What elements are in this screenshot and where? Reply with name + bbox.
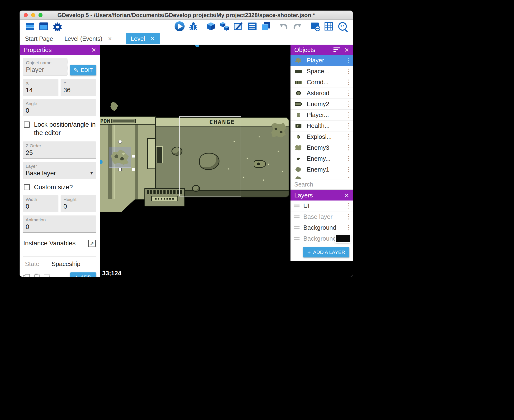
enemy3-object[interactable] — [271, 123, 286, 138]
undo-icon[interactable] — [278, 21, 289, 32]
angle-field[interactable]: Angle 0 — [23, 99, 96, 116]
window-icon[interactable] — [38, 21, 49, 32]
door-object[interactable] — [156, 146, 163, 163]
object-menu-icon[interactable]: ⋮ — [345, 123, 351, 129]
copy-icon[interactable] — [23, 274, 30, 277]
layers-stack-icon[interactable] — [261, 21, 271, 32]
scene-canvas[interactable]: CHANGE POW — [100, 45, 291, 277]
layer-menu-icon[interactable]: ⋮ — [345, 203, 351, 209]
fullscreen-window-button[interactable] — [38, 13, 43, 17]
hud-power-gauge: POW — [100, 118, 136, 124]
object-menu-icon[interactable]: ⋮ — [345, 166, 351, 173]
object-row-player-bullet[interactable]: Player... ⋮ — [291, 110, 353, 120]
object-row-enemy-bullet[interactable]: Enemy... ⋮ — [291, 153, 353, 164]
layer-row-background[interactable]: Background ⋮ — [291, 222, 353, 233]
resize-handle-top[interactable] — [195, 45, 199, 47]
object-menu-icon[interactable]: ⋮ — [345, 134, 351, 140]
object-row-enemy2[interactable]: Enemy2 ⋮ — [291, 99, 353, 110]
object-menu-icon[interactable]: ⋮ — [345, 90, 351, 96]
redo-icon[interactable] — [292, 21, 303, 32]
tab-spaceship[interactable]: Spaceship — [52, 260, 80, 268]
object-menu-icon[interactable]: ⋮ — [345, 68, 351, 75]
close-window-button[interactable] — [24, 13, 28, 17]
object-row-health[interactable]: Health... ⋮ — [291, 120, 353, 131]
layer-row-ui[interactable]: UI ⋮ — [291, 201, 353, 211]
tab-level-events[interactable]: Level (Events) × — [61, 33, 115, 44]
close-panel-icon[interactable]: × — [345, 46, 349, 54]
layer-row-base[interactable]: Base layer ⋮ — [291, 211, 353, 222]
close-panel-icon[interactable]: × — [345, 191, 349, 199]
tab-start-page[interactable]: Start Page — [22, 33, 56, 44]
y-field[interactable]: Y 36 — [61, 79, 96, 96]
objects-cube-icon[interactable] — [206, 21, 216, 32]
custom-size-checkbox[interactable] — [24, 184, 30, 190]
debris-object[interactable] — [110, 102, 118, 111]
object-menu-icon[interactable]: ⋮ — [345, 57, 351, 64]
trash-icon[interactable] — [44, 274, 50, 277]
close-panel-icon[interactable]: × — [92, 46, 96, 54]
minimize-window-button[interactable] — [31, 13, 35, 17]
add-layer-row: + ADD A LAYER — [291, 244, 353, 261]
search-input[interactable] — [294, 181, 353, 188]
selection-rotate-handle[interactable] — [118, 140, 122, 143]
object-row-clipped[interactable]: ⋮ — [291, 175, 353, 179]
objects-panel-title: Objects — [294, 46, 333, 54]
console-object[interactable] — [144, 188, 185, 206]
object-row-asteroid[interactable]: Asteroid ⋮ — [291, 88, 353, 99]
zoom-1-1-icon[interactable]: 1:1 — [337, 21, 348, 32]
drag-handle-icon[interactable] — [294, 226, 299, 229]
close-tab-icon[interactable]: × — [151, 36, 154, 42]
object-groups-cubes-icon[interactable] — [219, 21, 230, 32]
object-row-enemy3[interactable]: Enemy3 ⋮ — [291, 142, 353, 153]
debug-bug-icon[interactable] — [188, 21, 199, 32]
drag-handle-icon[interactable] — [294, 237, 299, 240]
preview-play-icon[interactable] — [174, 21, 185, 32]
layer-label: Base layer — [303, 213, 345, 220]
width-field[interactable]: Width 0 — [23, 195, 58, 212]
gear-icon[interactable] — [52, 21, 63, 32]
x-field[interactable]: X 14 — [23, 79, 58, 96]
titlebar[interactable]: GDevelop 5 - /Users/florian/Documents/GD… — [20, 11, 353, 20]
tab-level[interactable]: Level × — [126, 33, 160, 44]
layer-color-swatch[interactable] — [336, 235, 350, 242]
paste-icon[interactable] — [33, 274, 40, 277]
add-layer-button[interactable]: + ADD A LAYER — [303, 247, 349, 257]
open-variables-icon[interactable]: ↗ — [88, 240, 96, 247]
project-manager-icon[interactable] — [24, 21, 35, 32]
animation-field[interactable]: Animation 0 — [23, 216, 96, 232]
height-field[interactable]: Height 0 — [61, 195, 96, 212]
object-menu-icon[interactable]: ⋮ — [345, 101, 351, 107]
window-mask-icon[interactable] — [309, 21, 320, 32]
edit-object-button[interactable]: ✎ EDIT — [70, 65, 96, 75]
layer-menu-icon[interactable]: ⋮ — [345, 225, 351, 231]
object-menu-icon[interactable]: ⋮ — [345, 144, 351, 151]
tab-state[interactable]: State — [25, 260, 52, 268]
selection-resize-handle-corner[interactable] — [132, 168, 135, 171]
drag-handle-icon[interactable] — [294, 204, 299, 207]
edit-scene-pencil-icon[interactable] — [233, 21, 244, 32]
object-menu-icon[interactable]: ⋮ — [345, 79, 351, 85]
filter-icon[interactable] — [333, 47, 340, 52]
layer-menu-icon[interactable]: ⋮ — [345, 214, 351, 220]
object-row-explosion[interactable]: Explosi... ⋮ — [291, 131, 353, 142]
enemy2-object[interactable] — [254, 160, 266, 168]
events-list-icon[interactable] — [247, 21, 258, 32]
object-row-enemy1[interactable]: Enemy1 ⋮ — [291, 164, 353, 175]
selection-resize-handle-bottom[interactable] — [119, 168, 122, 171]
z-order-field[interactable]: Z Order 25 — [23, 142, 96, 158]
object-row-corridor[interactable]: Corrid... ⋮ — [291, 77, 353, 88]
object-row-player[interactable]: Player ⋮ — [291, 55, 353, 66]
object-menu-icon[interactable]: ⋮ — [345, 176, 351, 179]
grid-icon[interactable] — [323, 21, 334, 32]
drag-handle-icon[interactable] — [294, 216, 299, 218]
selection-resize-handle-right[interactable] — [132, 155, 135, 158]
close-tab-icon[interactable]: × — [108, 36, 112, 42]
spaceship-object-icon — [293, 70, 303, 73]
lock-position-checkbox[interactable] — [24, 121, 30, 128]
object-row-spaceship[interactable]: Space... ⋮ — [291, 66, 353, 77]
layer-select[interactable]: Layer Base layer ▾ — [23, 162, 96, 179]
object-menu-icon[interactable]: ⋮ — [345, 112, 351, 118]
add-variable-button[interactable]: + ADD — [70, 272, 96, 277]
layer-row-background2[interactable]: Backgrounc — [291, 233, 353, 244]
object-menu-icon[interactable]: ⋮ — [345, 155, 351, 162]
